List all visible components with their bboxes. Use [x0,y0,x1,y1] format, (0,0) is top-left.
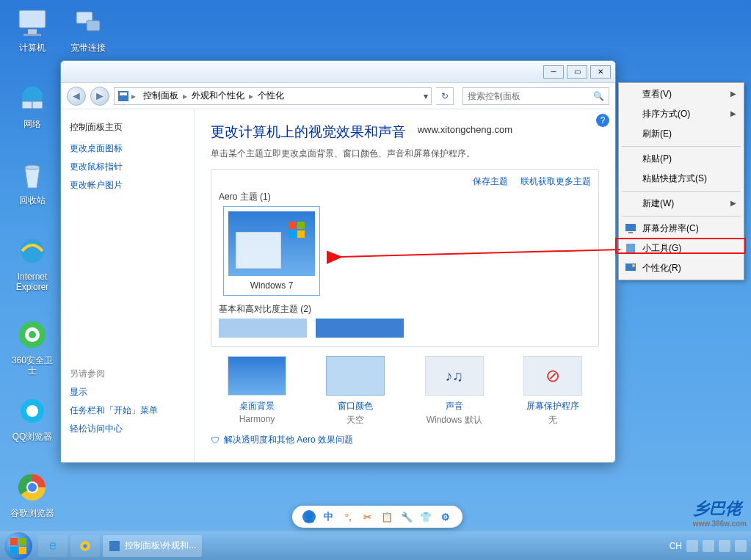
desktop-icon-360[interactable]: 360安全卫士 [7,317,57,377]
svg-point-12 [29,331,36,338]
ctx-personalize[interactable]: 个性化(R) [620,258,742,278]
chrome-icon [15,470,50,505]
see-also-label: 另请参阅 [70,368,185,380]
desktop-icon-recycle[interactable]: 回收站 [7,157,57,206]
basic-theme-thumb[interactable] [316,319,404,338]
desktop-bg-icon [228,356,286,396]
more-themes-link[interactable]: 联机获取更多主题 [520,176,591,186]
search-input[interactable] [468,91,593,101]
theme-windows7[interactable]: Windows 7 [223,206,320,296]
ctx-new[interactable]: 新建(W)▶ [620,194,742,214]
theme-top-links: 保存主题 联机获取更多主题 [219,175,591,188]
desktop-icon-ie[interactable]: Internet Explorer [7,233,57,293]
ctx-gadgets[interactable]: 小工具(G) [620,239,742,258]
page-title: 更改计算机上的视觉效果和声音 [211,123,599,142]
taskbar-ie[interactable]: e [38,535,68,557]
ime-tool-icon[interactable]: 🔧 [400,510,413,523]
control-panel-icon [117,90,129,102]
tray-lang[interactable]: CH [670,541,682,551]
minimize-button[interactable]: ─ [543,65,564,79]
see-also-ease[interactable]: 轻松访问中心 [70,423,185,435]
ime-clipboard-icon[interactable]: 📋 [380,510,393,523]
breadcrumb-2[interactable]: 个性化 [253,90,289,102]
tray-network-icon[interactable] [703,540,714,552]
close-button[interactable]: ✕ [590,65,611,79]
back-button[interactable]: ◄ [67,87,86,106]
sidebar-home[interactable]: 控制面板主页 [70,121,185,134]
sound-icon: ♪♫ [425,356,484,396]
taskbar-chrome[interactable] [70,535,100,557]
tray-action-center-icon[interactable] [735,540,747,552]
ime-user-icon[interactable]: 👤 [302,510,316,523]
svg-point-8 [25,165,40,170]
page-subtitle: 单击某个主题立即更改桌面背景、窗口颜色、声音和屏幕保护程序。 [211,148,599,160]
desktop-icon-qq[interactable]: QQ浏览器 [7,393,57,442]
360-icon [15,317,50,352]
svg-point-35 [83,544,87,548]
theme-caption: Windows 7 [228,280,315,291]
svg-point-28 [632,264,635,267]
troubleshoot-link[interactable]: 解决透明度和其他 Aero 效果问题 [224,434,353,446]
ctx-refresh[interactable]: 刷新(E) [620,124,742,144]
basic-theme-thumb[interactable] [219,319,307,338]
search-box[interactable]: 🔍 [462,87,609,105]
theme-list: 保存主题 联机获取更多主题 Aero 主题 (1) Windows 7 基本和高… [211,169,599,347]
ctx-paste[interactable]: 粘贴(P) [620,149,742,169]
desktop-icon-broadband[interactable]: 宽带连接 [63,4,113,53]
svg-rect-23 [297,230,305,238]
ctx-sort[interactable]: 排序方式(O)▶ [620,104,742,124]
taskbar-control-panel[interactable]: 控制面板\外观和... [103,535,202,557]
ctx-view[interactable]: 查看(V)▶ [620,84,742,104]
sidebar-link-account-picture[interactable]: 更改帐户图片 [70,179,185,192]
ime-lang[interactable]: 中 [322,510,335,523]
watermark: www.xitongcheng.com [418,124,512,135]
titlebar: ─ ▭ ✕ [61,61,615,83]
window-body: 控制面板主页 更改桌面图标 更改鼠标指针 更改帐户图片 另请参阅 显示 任务栏和… [61,109,615,462]
ime-punct[interactable]: °, [341,510,355,523]
svg-rect-22 [289,230,296,238]
ime-settings-icon[interactable]: ⚙ [439,510,452,523]
ctx-separator [622,191,741,192]
svg-rect-33 [19,547,26,554]
sidebar-link-desktop-icons[interactable]: 更改桌面图标 [70,142,185,155]
refresh-button[interactable]: ↻ [436,87,454,105]
svg-rect-1 [28,29,37,34]
maximize-button[interactable]: ▭ [567,65,587,79]
breadcrumb-0[interactable]: 控制面板 [139,90,183,102]
taskbar: e 控制面板\外观和... CH [0,531,751,560]
help-button[interactable]: ? [596,114,609,127]
ctx-separator [622,146,741,147]
svg-rect-30 [10,538,18,545]
address-bar[interactable]: ▸ 控制面板 ▸ 外观和个性化 ▸ 个性化 ▾ [114,87,432,105]
personalize-icon [625,262,636,274]
save-theme-link[interactable]: 保存主题 [473,176,508,186]
forward-button[interactable]: ► [90,87,109,106]
window-color-item[interactable]: 窗口颜色 天空 [312,356,399,426]
ime-skin-icon[interactable]: 👕 [419,510,432,523]
desktop-icon-chrome[interactable]: 谷歌浏览器 [7,470,57,518]
main-pane: ? 更改计算机上的视觉效果和声音 www.xitongcheng.com 单击某… [195,109,615,462]
breadcrumb-1[interactable]: 外观和个性化 [187,90,249,102]
ctx-paste-shortcut[interactable]: 粘贴快捷方式(S) [620,169,742,189]
ime-scissors-icon[interactable]: ✂ [361,510,374,523]
tray-flag-icon[interactable] [686,540,698,552]
screensaver-item[interactable]: ⊘ 屏幕保护程序 无 [509,356,596,426]
site-watermark: 乡巴佬 www.386w.com [693,498,747,528]
desktop-icon-label: 网络 [7,119,57,129]
address-dropdown[interactable]: ▾ [424,91,428,101]
ctx-separator [622,216,741,217]
svg-rect-7 [32,101,43,109]
tray-volume-icon[interactable] [719,540,730,552]
ime-toolbar: 👤 中 °, ✂ 📋 🔧 👕 ⚙ [292,506,462,528]
sidebar-link-mouse[interactable]: 更改鼠标指针 [70,161,185,173]
see-also-display[interactable]: 显示 [70,386,185,399]
sound-item[interactable]: ♪♫ 声音 Windows 默认 [411,356,498,426]
desktop-icon-computer[interactable]: 计算机 [7,4,57,53]
desktop-icon-network[interactable]: 网络 [7,81,57,129]
ctx-resolution[interactable]: 屏幕分辨率(C) [620,219,742,239]
start-button[interactable] [4,532,32,560]
desktop-icon-label: 计算机 [7,43,57,53]
desktop-icon-label: 宽带连接 [63,43,113,53]
desktop-background-item[interactable]: 桌面背景 Harmony [214,356,300,426]
see-also-taskbar[interactable]: 任务栏和「开始」菜单 [70,404,185,417]
